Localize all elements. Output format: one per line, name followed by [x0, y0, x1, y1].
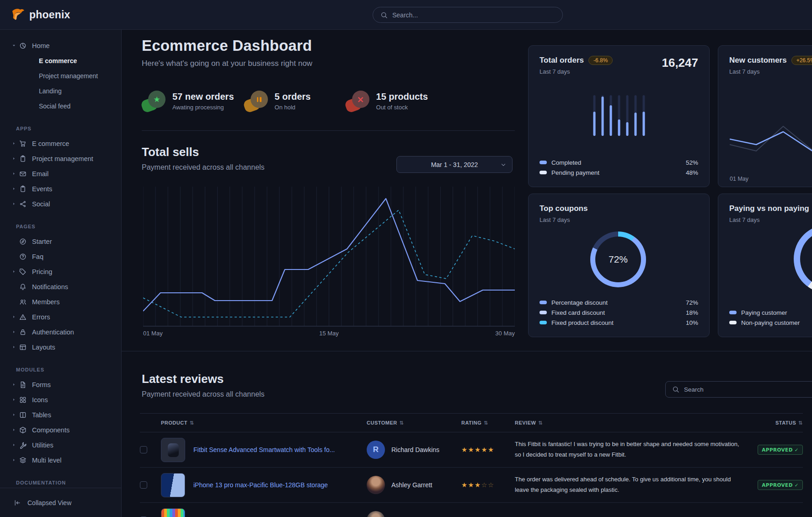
sidebar-item-components[interactable]: Components [0, 422, 121, 437]
caret-right-icon [11, 458, 16, 462]
collapsed-view-toggle[interactable]: Collapsed View [0, 488, 121, 517]
customer-name: Ashley Garrett [391, 481, 432, 489]
sidebar-item-label: Pricing [32, 268, 52, 275]
sidebar-item-project-management[interactable]: Project management [0, 151, 121, 166]
product-thumbnail [161, 473, 185, 497]
caret-right-icon [11, 315, 16, 319]
caret-right-icon [11, 443, 16, 447]
reviews-table-body: Fitbit Sense Advanced Smartwatch with To… [140, 432, 803, 517]
file-icon [19, 381, 27, 388]
phoenix-logo[interactable]: phoenix [11, 8, 70, 21]
column-header-rating[interactable]: RATING⇅ [461, 420, 515, 426]
stat-badge-icon: × [346, 91, 370, 112]
caret-right-icon [11, 398, 16, 402]
sidebar-subitem-e-commerce[interactable]: E commerce [0, 53, 121, 68]
card-period: Last 7 days [540, 216, 588, 223]
product-link[interactable]: iPhone 13 pro max-Pacific Blue-128GB sto… [193, 481, 328, 489]
card-period: Last 7 days [729, 216, 809, 223]
date-range-select[interactable]: Mar 1 - 31, 2022 [396, 156, 513, 173]
sidebar-item-starter[interactable]: Starter [0, 234, 121, 249]
card-period: Last 7 days [540, 68, 613, 75]
sidebar-item-e-commerce[interactable]: E commerce [0, 136, 121, 151]
review-text: The order was delivered ahead of schedul… [515, 474, 759, 495]
sidebar-item-pricing[interactable]: Pricing [0, 264, 121, 279]
sidebar-subitem-social-feed[interactable]: Social feed [0, 98, 121, 113]
sidebar-item-label: Utilities [32, 442, 53, 449]
coupons-legend: Percentage discount72%Fixed card discoun… [540, 297, 698, 328]
users-icon [19, 298, 27, 306]
customer-name: Richard Dawkins [391, 446, 439, 453]
sidebar-item-errors[interactable]: Errors [0, 309, 121, 324]
column-header-review[interactable]: REVIEW⇅ [515, 420, 759, 426]
sidebar-subitem-project-management[interactable]: Project management [0, 68, 121, 83]
legend-swatch [729, 311, 737, 314]
star-icon: ★ [153, 95, 160, 104]
search-icon [380, 11, 388, 19]
sidebar-item-members[interactable]: Members [0, 294, 121, 309]
status-badge: APPROVED ✓ [758, 445, 803, 455]
caret-right-icon [11, 202, 16, 206]
sidebar-item-notifications[interactable]: Notifications [0, 279, 121, 294]
phoenix-bird-icon [11, 8, 25, 21]
column-header-customer[interactable]: CUSTOMER⇅ [367, 420, 461, 426]
caret-right-icon [11, 141, 16, 145]
column-header-status[interactable]: STATUS⇅ [759, 420, 803, 426]
donut-center-value: 72% [609, 254, 628, 265]
rating-stars: ★★★☆☆ [461, 481, 495, 489]
sidebar-item-tables[interactable]: Tables [0, 407, 121, 422]
row-checkbox[interactable] [140, 481, 147, 489]
column-header-product[interactable]: PRODUCT⇅ [161, 420, 367, 426]
sidebar-item-faq[interactable]: Faq [0, 249, 121, 264]
stat-label: 57 new orders [172, 92, 234, 102]
sidebar-item-icons[interactable]: Icons [0, 392, 121, 407]
global-search[interactable] [373, 7, 563, 23]
sidebar-item-social[interactable]: Social [0, 196, 121, 211]
sidebar-item-authentication[interactable]: Authentication [0, 324, 121, 339]
caret-right-icon [11, 172, 16, 176]
reviews-search[interactable] [665, 381, 812, 398]
legend-row: Non-paying customer [729, 318, 812, 328]
stat-badge-icon [244, 91, 269, 112]
sidebar-item-email[interactable]: Email [0, 166, 121, 181]
latest-reviews-title: Latest reviews [142, 372, 265, 386]
legend-row: Completed52% [540, 157, 698, 167]
stat-sublabel: On hold [275, 104, 311, 111]
sidebar-subitem-landing[interactable]: Landing [0, 83, 121, 98]
sidebar-nav: HomeE commerceProject managementLandingS… [0, 30, 122, 517]
sort-icon: ⇅ [484, 420, 488, 426]
page-subtitle: Here's what's going on at your business … [142, 59, 312, 68]
orders-bar-chart [593, 95, 645, 136]
legend-value: 18% [686, 309, 698, 316]
chevron-down-icon [500, 162, 507, 168]
caret-right-icon [11, 413, 16, 417]
sidebar-item-label: Starter [32, 238, 52, 245]
reviews-search-input[interactable] [684, 386, 812, 393]
sort-icon: ⇅ [798, 420, 803, 426]
global-search-input[interactable] [392, 11, 555, 19]
card-title: Top coupons [540, 204, 588, 213]
legend-swatch [540, 321, 547, 324]
sidebar-item-multi-level[interactable]: Multi level [0, 452, 121, 468]
x-tick: 30 May [495, 330, 515, 337]
product-link[interactable]: Fitbit Sense Advanced Smartwatch with To… [193, 446, 335, 453]
caret-right-icon [11, 345, 16, 349]
sidebar-item-label: Icons [32, 396, 48, 404]
caret-right-icon [11, 330, 16, 334]
bell-icon [19, 283, 27, 291]
sidebar-item-utilities[interactable]: Utilities [0, 437, 121, 452]
legend-label: Percentage discount [551, 299, 608, 306]
sidebar-item-layouts[interactable]: Layouts [0, 339, 121, 355]
caret-right-icon [11, 269, 16, 274]
total-orders-value: 16,247 [662, 56, 698, 70]
legend-value: 48% [686, 169, 698, 176]
new-customers-line-chart [730, 123, 812, 167]
row-checkbox[interactable] [140, 446, 147, 453]
clipboard-icon [19, 155, 27, 162]
section-divider [142, 130, 515, 131]
sidebar-item-events[interactable]: Events [0, 181, 121, 196]
legend-row: Fixed product discount10% [540, 318, 698, 328]
review-text: It's a Mac, after all. Once you've gone … [515, 515, 759, 517]
sidebar-item-forms[interactable]: Forms [0, 377, 121, 392]
sidebar-item-home[interactable]: Home [0, 38, 121, 53]
bar [626, 95, 628, 136]
